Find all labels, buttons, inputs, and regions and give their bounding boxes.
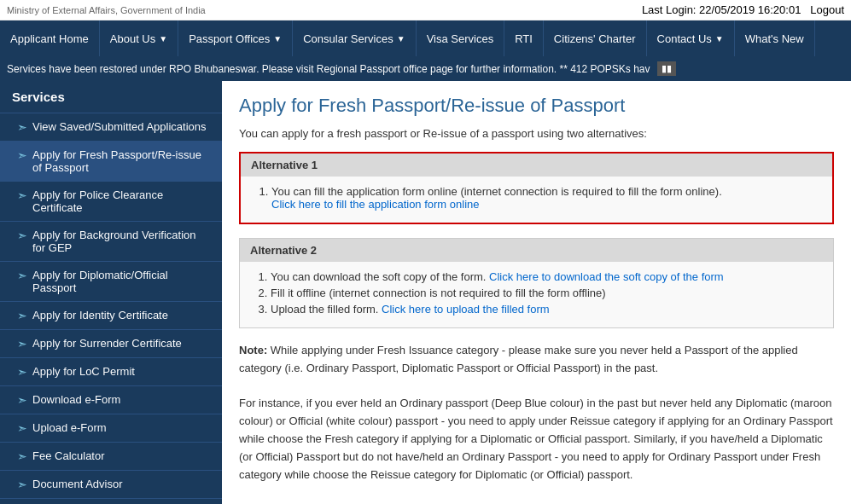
bullet-icon: ➣ xyxy=(17,229,27,242)
bullet-icon: ➣ xyxy=(17,269,27,282)
page-title: Apply for Fresh Passport/Re-issue of Pas… xyxy=(239,95,834,117)
alt2-header: Alternative 2 xyxy=(240,239,833,262)
sidebar-title: Services xyxy=(0,81,222,113)
alternative-1-box: Alternative 1 You can fill the applicati… xyxy=(239,152,834,224)
bullet-icon: ➣ xyxy=(17,478,27,491)
logo-text: Ministry of External Affairs, Government… xyxy=(7,5,206,15)
sidebar-item-apply-identity[interactable]: ➣ Apply for Identity Certificate xyxy=(0,302,222,330)
main-layout: Services ➣ View Saved/Submitted Applicat… xyxy=(0,81,851,504)
note-paragraph-1: Note: While applying under Fresh Issuanc… xyxy=(239,342,834,378)
sidebar-item-view-saved[interactable]: ➣ View Saved/Submitted Applications xyxy=(0,113,222,142)
ticker-pause-button[interactable]: ▮▮ xyxy=(657,61,676,76)
login-info: Last Login: 22/05/2019 16:20:01 Logout xyxy=(642,3,844,16)
nav-citizens-charter[interactable]: Citizens' Charter xyxy=(544,20,647,56)
nav-applicant-home[interactable]: Applicant Home xyxy=(0,20,100,56)
ticker-text: Services have been restored under RPO Bh… xyxy=(7,63,650,75)
nav-rti[interactable]: RTI xyxy=(504,20,544,56)
ticker-bar: Services have been restored under RPO Bh… xyxy=(0,56,851,81)
alternative-2-box: Alternative 2 You can download the soft … xyxy=(239,238,834,328)
alt2-download-link[interactable]: Click here to download the soft copy of … xyxy=(489,270,724,283)
nav-passport-offices[interactable]: Passport Offices ▼ xyxy=(178,20,293,56)
nav-contact-us[interactable]: Contact Us ▼ xyxy=(647,20,735,56)
nav-visa-services[interactable]: Visa Services xyxy=(417,20,505,56)
alt1-header: Alternative 1 xyxy=(241,154,832,177)
alt2-item-1: You can download the soft copy of the fo… xyxy=(271,270,819,283)
bullet-icon: ➣ xyxy=(17,365,27,379)
bullet-icon: ➣ xyxy=(17,449,27,463)
bullet-icon: ➣ xyxy=(17,421,27,435)
last-login-value: 22/05/2019 16:20:01 xyxy=(699,3,801,16)
sidebar-item-apply-fresh[interactable]: ➣ Apply for Fresh Passport/Re-issue of P… xyxy=(0,142,222,182)
note-label: Note: xyxy=(239,344,267,356)
sidebar-item-apply-surrender[interactable]: ➣ Apply for Surrender Certificate xyxy=(0,330,222,358)
sidebar-item-document-advisor[interactable]: ➣ Document Advisor xyxy=(0,471,222,499)
sidebar-item-apply-background[interactable]: ➣ Apply for Background Verification for … xyxy=(0,222,222,262)
contact-us-arrow: ▼ xyxy=(715,34,724,43)
sidebar-item-apply-pcc[interactable]: ➣ Apply for Police Clearance Certificate xyxy=(0,182,222,222)
consular-services-arrow: ▼ xyxy=(397,34,405,43)
note-section: Note: While applying under Fresh Issuanc… xyxy=(239,342,834,484)
alt1-online-link[interactable]: Click here to fill the application form … xyxy=(271,198,480,211)
bullet-icon: ➣ xyxy=(17,337,27,350)
logout-link[interactable]: Logout xyxy=(810,3,844,16)
bullet-icon: ➣ xyxy=(17,188,27,202)
alt1-body: You can fill the application form online… xyxy=(241,177,832,223)
alt2-item-3: Upload the filled form. Click here to up… xyxy=(271,303,819,316)
nav-whats-new[interactable]: What's New xyxy=(735,20,815,56)
alt2-upload-link[interactable]: Click here to upload the filled form xyxy=(382,303,550,316)
sidebar: Services ➣ View Saved/Submitted Applicat… xyxy=(0,81,222,504)
bullet-icon: ➣ xyxy=(17,148,27,162)
last-login-label: Last Login: xyxy=(642,3,697,16)
sidebar-item-apply-loc[interactable]: ➣ Apply for LoC Permit xyxy=(0,358,222,386)
alt1-item-1: You can fill the application form online… xyxy=(271,185,819,211)
alt2-item-2: Fill it offline (internet connection is … xyxy=(271,287,819,299)
sidebar-item-apply-diplomatic[interactable]: ➣ Apply for Diplomatic/Official Passport xyxy=(0,262,222,302)
sidebar-item-download-eform[interactable]: ➣ Download e-Form xyxy=(0,386,222,414)
header-top: Ministry of External Affairs, Government… xyxy=(0,0,851,20)
nav-about-us[interactable]: About Us ▼ xyxy=(100,20,178,56)
content-area: Apply for Fresh Passport/Re-issue of Pas… xyxy=(222,81,851,504)
alt2-body: You can download the soft copy of the fo… xyxy=(240,262,833,327)
nav-bar: Applicant Home About Us ▼ Passport Offic… xyxy=(0,20,851,56)
sidebar-item-fee-calculator[interactable]: ➣ Fee Calculator xyxy=(0,443,222,471)
bullet-icon: ➣ xyxy=(17,309,27,322)
sidebar-item-upload-eform[interactable]: ➣ Upload e-Form xyxy=(0,414,222,443)
nav-consular-services[interactable]: Consular Services ▼ xyxy=(293,20,416,56)
bullet-icon: ➣ xyxy=(17,393,27,407)
passport-offices-arrow: ▼ xyxy=(273,34,282,43)
note-paragraph-2: For instance, if you ever held an Ordina… xyxy=(239,395,834,484)
bullet-icon: ➣ xyxy=(17,120,27,134)
intro-text: You can apply for a fresh passport or Re… xyxy=(239,127,834,140)
sidebar-item-locate-kendra[interactable]: ➣ Locate Passport Seva Kendra xyxy=(0,499,222,504)
about-us-arrow: ▼ xyxy=(159,34,167,43)
